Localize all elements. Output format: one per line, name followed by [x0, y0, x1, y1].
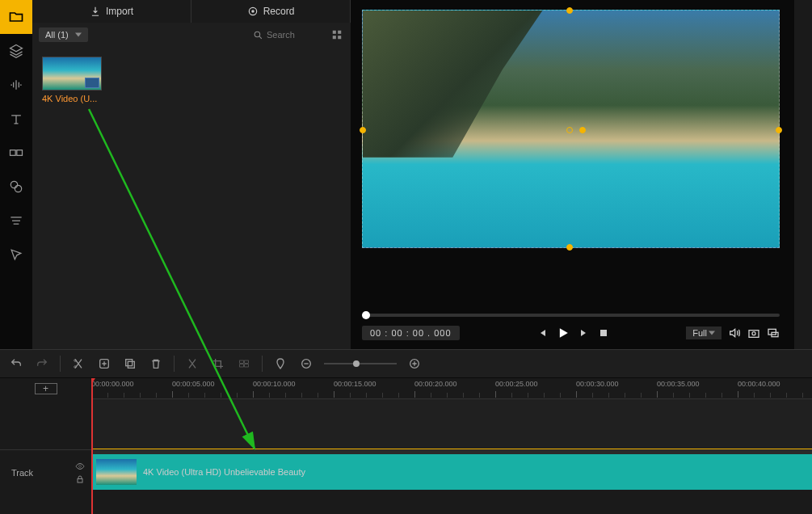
play-button[interactable] [555, 325, 571, 341]
ruler-tick: 00:00:00.000 [91, 380, 134, 388]
zoom-in-button[interactable] [406, 356, 423, 372]
sidebar-tab-media[interactable] [0, 0, 32, 34]
track-label: Track [11, 468, 33, 478]
preview-preset-select[interactable]: Full [686, 327, 722, 339]
media-item-label: 4K Video (U... [42, 94, 105, 103]
transform-handle[interactable] [566, 7, 573, 14]
svg-rect-12 [749, 331, 759, 338]
svg-point-2 [11, 181, 17, 187]
grid-icon [331, 29, 343, 40]
stop-button[interactable] [597, 327, 610, 339]
svg-point-6 [255, 32, 260, 37]
preview-timecode: 00 : 00 : 00 . 000 [362, 326, 460, 340]
svg-point-13 [752, 332, 755, 335]
video-track[interactable]: 4K Video (Ultra HD) Unbelievable Beauty [91, 449, 812, 495]
media-filter-label: All (1) [39, 27, 88, 42]
timeline-ruler[interactable]: 00:00:00.00000:00:05.00000:00:10.00000:0… [91, 378, 812, 399]
ruler-tick: 00:00:35.000 [657, 380, 700, 388]
timeline-toolbar [0, 349, 812, 378]
clip-label: 4K Video (Ultra HD) Unbelievable Beauty [143, 467, 305, 477]
svg-rect-24 [245, 364, 249, 367]
group-button[interactable] [236, 356, 252, 372]
timeline-tracks[interactable]: 00:00:00.00000:00:05.00000:00:10.00000:0… [91, 378, 812, 514]
clip-thumbnail [96, 459, 137, 485]
ruler-tick: 00:00:25.000 [495, 380, 538, 388]
svg-rect-19 [126, 360, 133, 366]
preview-preset-label: Full [686, 327, 722, 339]
import-icon [90, 6, 101, 17]
ruler-tick: 00:00:15.000 [334, 380, 377, 388]
svg-point-3 [15, 185, 21, 192]
svg-rect-10 [338, 36, 341, 39]
redo-button[interactable] [34, 356, 50, 372]
import-tab[interactable]: Import [32, 0, 191, 23]
prev-frame-button[interactable] [536, 327, 549, 339]
record-icon [247, 6, 259, 17]
zoom-slider[interactable] [324, 363, 397, 364]
transform-handle[interactable] [579, 127, 586, 133]
cut-button[interactable] [184, 356, 200, 372]
sidebar-tab-text[interactable] [0, 102, 32, 136]
svg-rect-21 [240, 360, 244, 363]
fullscreen-button[interactable] [767, 327, 780, 339]
sidebar-tab-transitions[interactable] [0, 136, 32, 170]
empty-track[interactable] [91, 399, 812, 449]
ruler-tick: 00:00:40.000 [738, 380, 780, 388]
volume-button[interactable] [728, 327, 741, 339]
delete-button[interactable] [148, 356, 164, 372]
preview-canvas[interactable] [362, 10, 780, 248]
ruler-tick: 00:00:10.000 [253, 380, 296, 388]
search-box[interactable] [253, 30, 323, 40]
sidebar-tab-effects[interactable] [0, 170, 32, 204]
transform-handle[interactable] [776, 127, 782, 133]
svg-rect-7 [333, 31, 336, 34]
track-header-empty [0, 399, 91, 449]
zoom-thumb[interactable] [353, 360, 360, 367]
sidebar-tab-audio[interactable] [0, 68, 32, 102]
seek-thumb[interactable] [362, 311, 370, 319]
marker-button[interactable] [272, 356, 288, 372]
transform-handle[interactable] [566, 127, 573, 133]
search-icon [253, 30, 263, 40]
media-filter-select[interactable]: All (1) [39, 27, 88, 42]
crop-button[interactable] [210, 356, 226, 372]
record-label: Record [263, 6, 295, 17]
svg-rect-28 [78, 478, 82, 482]
grid-view-button[interactable] [330, 27, 344, 42]
preview-seek-bar[interactable] [362, 314, 780, 317]
svg-point-5 [251, 10, 255, 13]
svg-point-27 [79, 465, 82, 467]
sidebar-tab-layers[interactable] [0, 34, 32, 68]
timeline-clip[interactable]: 4K Video (Ultra HD) Unbelievable Beauty [91, 454, 812, 490]
svg-rect-9 [333, 36, 336, 39]
timeline: + Track 00:00:00.00000:00:05.00000:00:10… [0, 378, 812, 514]
record-tab[interactable]: Record [191, 0, 351, 23]
copy-button[interactable] [122, 356, 138, 372]
snapshot-button[interactable] [747, 327, 760, 339]
undo-button[interactable] [8, 356, 24, 372]
transform-handle[interactable] [360, 127, 366, 133]
svg-rect-22 [245, 360, 249, 363]
media-thumbnail [42, 57, 102, 91]
svg-rect-11 [600, 330, 607, 336]
add-track-button[interactable]: + [35, 383, 57, 394]
svg-rect-8 [338, 31, 341, 34]
svg-rect-0 [11, 150, 16, 156]
split-button[interactable] [70, 356, 86, 372]
svg-rect-20 [128, 361, 134, 368]
sidebar-tab-elements[interactable] [0, 238, 32, 272]
zoom-out-button[interactable] [298, 356, 314, 372]
ruler-tick: 00:00:20.000 [414, 380, 457, 388]
playhead[interactable] [91, 378, 93, 514]
media-item[interactable]: 4K Video (U... [42, 57, 105, 103]
sidebar-tab-filters[interactable] [0, 204, 32, 238]
import-label: Import [106, 6, 133, 17]
track-header-video[interactable]: Track [0, 449, 91, 495]
ruler-tick: 00:00:30.000 [576, 380, 619, 388]
add-button[interactable] [96, 356, 112, 372]
visibility-icon[interactable] [75, 461, 85, 471]
svg-rect-1 [17, 150, 23, 156]
search-input[interactable] [267, 30, 323, 40]
lock-icon[interactable] [75, 474, 85, 484]
next-frame-button[interactable] [578, 327, 591, 339]
